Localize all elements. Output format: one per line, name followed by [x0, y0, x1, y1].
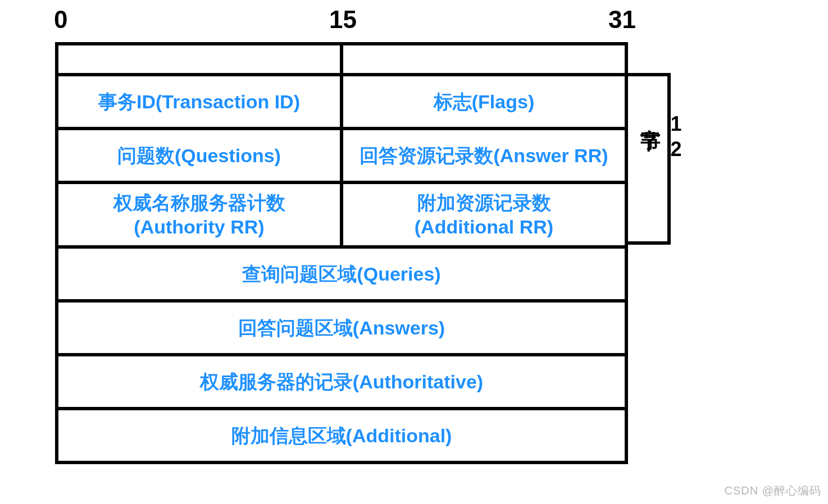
bracket-top-tick [628, 73, 671, 76]
ruler-tick-0 [55, 42, 58, 73]
field-label-line2: (Additional RR) [415, 215, 553, 239]
ruler-label-31: 31 [608, 6, 636, 34]
packet-table: 事务ID(Transaction ID) 标志(Flags) 问题数(Quest… [55, 73, 628, 464]
field-additional-rr: 附加资源记录数 (Additional RR) [340, 184, 625, 245]
field-label-line2: (Authority RR) [134, 215, 264, 239]
dns-packet-diagram: 0 15 31 事务ID(Transaction ID) 标志(Flags) 问… [45, 6, 781, 464]
field-authority-rr: 权威名称服务器计数 (Authority RR) [58, 184, 340, 245]
bracket-bottom-tick [628, 241, 671, 245]
field-label-line1: 权威名称服务器计数 [113, 191, 285, 215]
table-row: 问题数(Questions) 回答资源记录数(Answer RR) [58, 127, 625, 181]
field-queries: 查询问题区域(Queries) [58, 249, 625, 299]
ruler-label-15: 15 [329, 6, 357, 34]
table-row: 附加信息区域(Additional) [58, 407, 625, 461]
table-row: 权威服务器的记录(Authoritative) [58, 353, 625, 407]
field-answers: 回答问题区域(Answers) [58, 303, 625, 353]
table-row: 查询问题区域(Queries) [58, 245, 625, 299]
ruler-tick-31 [625, 42, 628, 73]
watermark-text: CSDN @醉心编码 [724, 483, 821, 498]
field-flags: 标志(Flags) [340, 76, 625, 127]
field-transaction-id: 事务ID(Transaction ID) [58, 76, 340, 127]
ruler-label-0: 0 [54, 6, 67, 34]
packet-layout: 事务ID(Transaction ID) 标志(Flags) 问题数(Quest… [45, 73, 781, 464]
field-answer-rr: 回答资源记录数(Answer RR) [340, 130, 625, 181]
ruler-tick-15 [340, 42, 343, 73]
bit-ruler: 0 15 31 [55, 6, 628, 73]
field-authoritative: 权威服务器的记录(Authoritative) [58, 356, 625, 407]
field-additional: 附加信息区域(Additional) [58, 410, 625, 461]
table-row: 权威名称服务器计数 (Authority RR) 附加资源记录数 (Additi… [58, 181, 625, 245]
field-label-line1: 附加资源记录数 [417, 191, 551, 215]
header-size-label: 12字节 [636, 112, 688, 163]
table-row: 事务ID(Transaction ID) 标志(Flags) [58, 76, 625, 127]
field-questions: 问题数(Questions) [58, 130, 340, 181]
table-row: 回答问题区域(Answers) [58, 299, 625, 353]
